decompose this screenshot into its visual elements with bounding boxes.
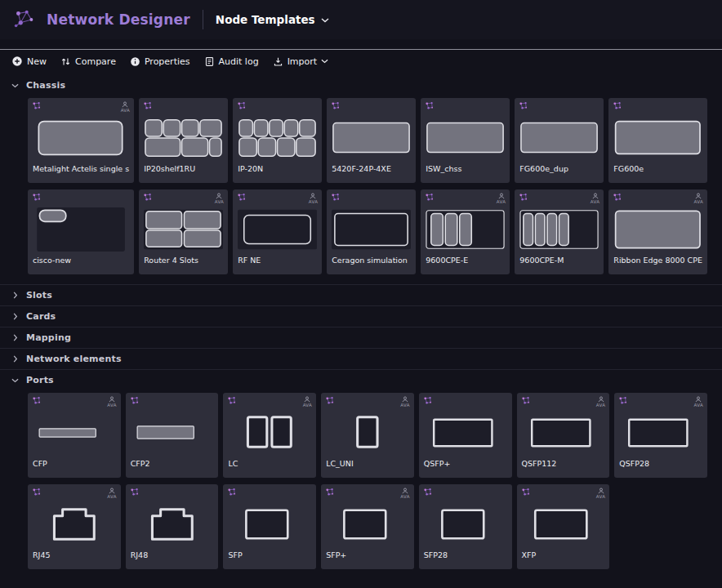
template-name: ISW_chss: [425, 163, 506, 173]
ava-label: AVA: [107, 495, 116, 500]
template-sparkle-icon: [613, 101, 622, 110]
template-card-cfp2[interactable]: CFP2: [126, 393, 219, 478]
ava-user-icon: AVA: [309, 193, 318, 205]
template-sparkle-icon: [32, 193, 41, 202]
ava-user-icon: AVA: [303, 396, 312, 408]
template-card-sfp28[interactable]: SFP28: [419, 484, 512, 569]
template-card-xfp[interactable]: AVAXFP: [517, 484, 610, 569]
card-top: AVA: [521, 488, 606, 501]
template-card-qsfp112[interactable]: AVAQSFP112: [517, 393, 610, 478]
template-sparkle-icon: [423, 488, 432, 497]
compare-button[interactable]: Compare: [60, 56, 116, 67]
template-card-cisco-new[interactable]: cisco-new: [28, 189, 134, 274]
template-preview: [521, 501, 606, 549]
template-preview: [143, 206, 224, 254]
template-card-5420f-24p-4xe[interactable]: 5420F-24P-4XE: [327, 98, 416, 183]
template-name: LC_UNI: [325, 457, 410, 468]
ava-label: AVA: [303, 403, 312, 408]
ava-user-icon: AVA: [694, 193, 703, 205]
template-card-rj48[interactable]: RJ48: [126, 484, 219, 569]
template-name: FG600e: [613, 163, 703, 173]
section-header-network-elements[interactable]: Network elements: [0, 348, 722, 369]
template-preview: [143, 114, 224, 163]
ava-user-icon: AVA: [596, 488, 605, 500]
ava-label: AVA: [400, 403, 409, 408]
template-sparkle-icon: [325, 396, 334, 405]
audit-log-icon: [204, 56, 215, 67]
template-preview: [130, 409, 215, 457]
template-card-router-4-slots[interactable]: AVARouter 4 Slots: [139, 189, 228, 274]
card-top: AVA: [519, 193, 599, 206]
audit-log-button-label: Audit log: [219, 56, 259, 67]
template-preview: [618, 409, 703, 457]
template-sparkle-icon: [227, 396, 236, 405]
template-card-lc-uni[interactable]: AVALC_UNI: [321, 393, 414, 478]
page-title-dropdown[interactable]: Node Templates: [216, 13, 329, 26]
card-grid-ports: AVACFPCFP2AVALCAVALC_UNIQSFP+AVAQSFP112A…: [28, 393, 707, 569]
ava-label: AVA: [400, 495, 409, 500]
template-card-ip-20n[interactable]: IP-20N: [233, 98, 322, 183]
section-header-slots[interactable]: Slots: [0, 284, 722, 305]
template-card-sfp[interactable]: AVASFP+: [321, 484, 414, 569]
section-header-chassis[interactable]: Chassis: [0, 75, 722, 96]
template-card-metalight-actelis-single-s[interactable]: AVAMetalight Actelis single s: [28, 98, 134, 183]
ava-label: AVA: [694, 403, 703, 408]
card-top: AVA: [143, 193, 224, 206]
card-top: [519, 101, 599, 114]
card-top: AVA: [325, 396, 410, 409]
section-header-mapping[interactable]: Mapping: [0, 327, 722, 348]
card-top: [32, 193, 130, 206]
template-name: FG600e_dup: [519, 163, 599, 173]
template-card-isw-chss[interactable]: ISW_chss: [421, 98, 510, 183]
ava-user-icon: AVA: [107, 488, 116, 500]
card-top: AVA: [521, 396, 606, 409]
card-top: AVA: [325, 488, 410, 501]
template-card-rj45[interactable]: AVARJ45: [28, 484, 121, 569]
template-sparkle-icon: [130, 396, 139, 405]
card-grid-chassis: AVAMetalight Actelis single sIP20shelf1R…: [28, 98, 707, 274]
template-card-ceragon-simulation[interactable]: Ceragon simulation: [327, 189, 416, 274]
template-name: XFP: [521, 549, 606, 559]
plus-circle-icon: [11, 56, 23, 67]
template-sparkle-icon: [143, 193, 152, 202]
template-card-fg600e-dup[interactable]: FG600e_dup: [515, 98, 604, 183]
template-card-lc[interactable]: AVALC: [223, 393, 316, 478]
compare-button-label: Compare: [75, 56, 116, 67]
template-card-ribbon-edge-8000-cpe[interactable]: AVARibbon Edge 8000 CPE: [608, 189, 707, 274]
ava-label: AVA: [694, 200, 703, 205]
card-top: [227, 488, 312, 501]
template-name: Ribbon Edge 8000 CPE: [613, 254, 703, 265]
template-card-cfp[interactable]: AVACFP: [28, 393, 121, 478]
properties-button[interactable]: Properties: [130, 56, 190, 67]
section-header-ports[interactable]: Ports: [0, 369, 722, 390]
template-name: SFP28: [423, 549, 508, 559]
template-card-9600cpe-m[interactable]: AVA9600CPE-M: [515, 189, 604, 274]
template-sparkle-icon: [143, 101, 152, 110]
audit-log-button[interactable]: Audit log: [204, 56, 259, 67]
template-preview: [423, 501, 508, 549]
app-header: Network Designer Node Templates: [0, 0, 722, 39]
new-button[interactable]: New: [11, 56, 47, 67]
template-card-fg600e[interactable]: FG600e: [608, 98, 707, 183]
import-button[interactable]: Import: [273, 56, 329, 67]
ava-user-icon: AVA: [694, 396, 703, 408]
template-preview: [521, 409, 606, 457]
template-name: CFP: [32, 457, 117, 468]
template-card-rf-ne[interactable]: AVARF NE: [233, 189, 322, 274]
template-card-qsfp28[interactable]: AVAQSFP28: [614, 393, 707, 478]
import-button-label: Import: [287, 56, 318, 67]
template-preview: [423, 409, 508, 457]
ava-label: AVA: [107, 403, 116, 408]
template-sparkle-icon: [613, 193, 622, 202]
template-card-sfp[interactable]: SFP: [223, 484, 316, 569]
card-top: AVA: [32, 101, 130, 114]
ava-label: AVA: [596, 403, 605, 408]
template-card-qsfp[interactable]: QSFP+: [419, 393, 512, 478]
template-card-9600cpe-e[interactable]: AVA9600CPE-E: [421, 189, 510, 274]
template-sparkle-icon: [227, 488, 236, 497]
ava-user-icon: AVA: [400, 396, 409, 408]
section-header-cards[interactable]: Cards: [0, 305, 722, 327]
template-card-ip20shelf1ru[interactable]: IP20shelf1RU: [139, 98, 228, 183]
template-name: 9600CPE-M: [519, 254, 599, 265]
ava-label: AVA: [497, 200, 506, 205]
